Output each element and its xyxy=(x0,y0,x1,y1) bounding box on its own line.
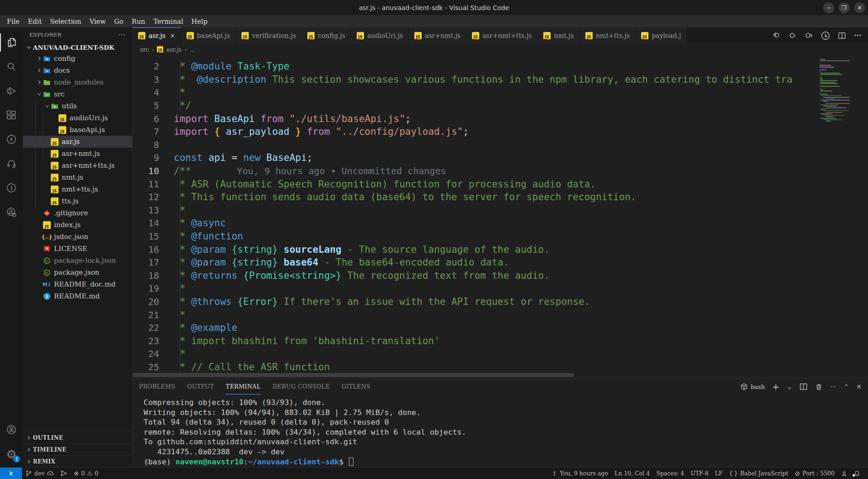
tree-item-asr-nmt-js[interactable]: JSasr+nmt.js xyxy=(23,148,132,160)
tab-payload-j[interactable]: JSpayload.j xyxy=(636,27,687,43)
code-line-24[interactable]: 24 * xyxy=(133,347,818,361)
close-button[interactable]: ✕ xyxy=(854,2,865,13)
code-line-14[interactable]: 14 * @async xyxy=(133,217,818,230)
close-panel-icon[interactable]: ✕ xyxy=(856,383,862,390)
more-actions-icon[interactable]: ··· xyxy=(830,383,836,390)
tab-nmt-js[interactable]: JSnmt.js xyxy=(538,27,580,43)
maximize-button[interactable]: ❐ xyxy=(839,2,850,13)
code-line-6[interactable]: 6import BaseApi from "./utils/baseApi.js… xyxy=(133,112,818,125)
terminal-prompt-line[interactable]: (base) naveen@navstr10:~/anuvaad-client-… xyxy=(144,457,868,467)
code-line-9[interactable]: 9const api = new BaseApi; xyxy=(133,151,818,165)
breadcrumb[interactable]: src›JSasr.js›... xyxy=(133,43,868,55)
status-feedback[interactable] xyxy=(838,468,851,479)
code-line-2[interactable]: 2 * @module Task-Type xyxy=(133,60,818,73)
code-line-12[interactable]: 12 * This function sends audio data (bas… xyxy=(133,191,818,204)
lightning-circle-icon[interactable] xyxy=(0,130,23,149)
menu-selection[interactable]: Selection xyxy=(46,17,85,26)
flask-circle-icon[interactable] xyxy=(0,203,23,221)
terminal[interactable]: Compressing objects: 100% (93/93), done.… xyxy=(133,394,868,467)
code-line-17[interactable]: 17 * @param {string} base64 - The base64… xyxy=(133,256,818,269)
tab-asr-nmt-tts-js[interactable]: JSasr+nmt+tts.js xyxy=(466,27,538,43)
breadcrumb-item[interactable]: asr.js xyxy=(166,46,182,53)
tree-item-src[interactable]: ‹›src xyxy=(23,88,132,100)
project-root-row[interactable]: ANUVAAD-CLIENT-SDK xyxy=(23,42,132,53)
panel-tab-output[interactable]: OUTPUT xyxy=(187,379,214,394)
tab-verification-js[interactable]: JSverification.js xyxy=(236,27,302,43)
more-actions-icon[interactable]: ··· xyxy=(854,31,862,40)
tree-item-readme-md[interactable]: iREADME.md xyxy=(23,290,132,302)
files-icon[interactable] xyxy=(0,33,23,52)
code-line-13[interactable]: 13 * xyxy=(133,204,818,217)
menu-edit[interactable]: Edit xyxy=(24,17,46,26)
tree-item-package-json[interactable]: jspackage.json xyxy=(23,266,132,278)
search-icon[interactable] xyxy=(0,58,23,76)
panel-tab-debug-console[interactable]: DEBUG CONSOLE xyxy=(273,379,330,394)
tree-item-utils[interactable]: +utils xyxy=(23,100,132,112)
tree-item-audiouri-js[interactable]: JSaudioUri.js xyxy=(23,112,132,124)
code-line-10[interactable]: 10/**You, 9 hours ago • Uncommitted chan… xyxy=(133,165,818,178)
tree-item-nmt-js[interactable]: JSnmt.js xyxy=(23,171,132,183)
run-circle-icon[interactable] xyxy=(821,31,830,40)
tree-item-baseapi-js[interactable]: JSbaseApi.js xyxy=(23,124,132,136)
status-notifications[interactable] xyxy=(851,468,863,479)
section-timeline[interactable]: TIMELINE xyxy=(23,443,132,455)
status-cursor-position[interactable]: Ln 10, Col 4 xyxy=(611,468,653,479)
new-terminal-icon[interactable]: + xyxy=(772,382,780,392)
tree-item-asr-nmt-tts-js[interactable]: JSasr+nmt+tts.js xyxy=(23,160,132,171)
code-line-4[interactable]: 4 * xyxy=(133,86,818,99)
maximize-panel-icon[interactable]: ⌃ xyxy=(844,383,849,390)
tab-audiouri-js[interactable]: JSaudioUri.js xyxy=(351,27,409,43)
split-terminal-icon[interactable] xyxy=(799,383,808,391)
code-editor[interactable]: 2 * @module Task-Type3 * @description Th… xyxy=(133,55,868,378)
breadcrumb-item[interactable]: src xyxy=(140,46,149,53)
code-lines[interactable]: 2 * @module Task-Type3 * @description Th… xyxy=(133,55,818,378)
status-language-mode[interactable]: { }Babel JavaScript xyxy=(726,468,792,479)
chevron-down-icon[interactable] xyxy=(43,103,51,109)
chevron-right-icon[interactable] xyxy=(35,55,43,62)
tree-item-readme-doc-md[interactable]: M↓README_doc.md xyxy=(23,278,132,290)
status-indentation[interactable]: Spaces: 4 xyxy=(653,468,687,479)
split-editor-icon[interactable] xyxy=(838,32,846,40)
nav-back-icon[interactable] xyxy=(772,31,780,40)
menu-run[interactable]: Run xyxy=(128,17,150,26)
extensions-icon[interactable] xyxy=(0,106,23,124)
tab-config-js[interactable]: JSconfig.js xyxy=(302,27,351,43)
status-eol[interactable]: LF xyxy=(712,468,726,479)
chevron-right-icon[interactable] xyxy=(35,67,43,74)
section-remix[interactable]: REMIX xyxy=(23,455,132,467)
gear-icon[interactable]: ⚙1 xyxy=(0,445,23,463)
code-line-23[interactable]: 23 * import bhashini from 'bhashini-tran… xyxy=(133,334,818,347)
chevron-right-icon[interactable] xyxy=(35,79,43,85)
kill-terminal-icon[interactable] xyxy=(815,383,823,391)
explorer-more-actions-icon[interactable]: ··· xyxy=(118,31,126,39)
play-circle-icon[interactable] xyxy=(0,179,23,197)
panel-tab-terminal[interactable]: TERMINAL xyxy=(226,379,261,394)
code-line-22[interactable]: 22 * @example xyxy=(133,321,818,335)
section-outline[interactable]: OUTLINE xyxy=(23,431,132,443)
status-remote-indicator[interactable] xyxy=(0,468,22,479)
debug-icon[interactable] xyxy=(0,82,23,100)
code-line-11[interactable]: 11 * ASR (Automatic Speech Recognition) … xyxy=(133,177,818,191)
tree-item-asr-js[interactable]: JSasr.js xyxy=(23,136,132,148)
minimap[interactable] xyxy=(818,55,868,378)
status-source-control-graph[interactable] xyxy=(57,468,70,479)
code-line-5[interactable]: 5 */ xyxy=(133,99,818,112)
tab-asr-js[interactable]: JSasr.js✕ xyxy=(133,27,181,43)
breadcrumb-item[interactable]: ... xyxy=(190,46,195,53)
status-problems[interactable]: ⊗0⚠0 xyxy=(70,468,101,479)
terminal-dropdown-icon[interactable]: ⌄ xyxy=(787,383,792,390)
code-line-25[interactable]: 25 * // Call the ASR function xyxy=(133,361,818,374)
minimize-button[interactable]: − xyxy=(823,2,834,13)
nav-forward-icon[interactable] xyxy=(804,31,813,40)
headset-icon[interactable] xyxy=(0,154,23,173)
status-live-server-port[interactable]: ⊘Port : 5500 xyxy=(792,468,838,479)
tree-item-docs[interactable]: ≡docs xyxy=(23,64,132,76)
close-icon[interactable]: ✕ xyxy=(170,32,175,39)
tree-item-jsdoc-json[interactable]: {..}jsdoc.json xyxy=(23,231,132,243)
tree-item-license[interactable]: ★LICENSE xyxy=(23,243,132,255)
code-line-18[interactable]: 18 * @returns {Promise<string>} The reco… xyxy=(133,269,818,282)
code-line-21[interactable]: 21 * xyxy=(133,308,818,321)
status-encoding[interactable]: UTF-8 xyxy=(687,468,712,479)
status-git-blame[interactable]: You, 9 hours ago xyxy=(548,468,611,479)
horizontal-scrollbar[interactable] xyxy=(133,373,574,377)
